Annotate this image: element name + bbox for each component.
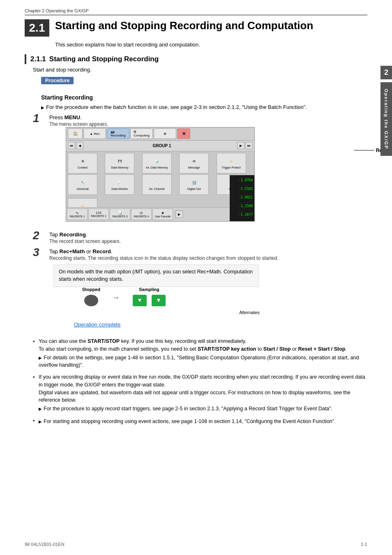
data-monitor-icon: 📈 (115, 178, 125, 187)
gxgp-back-btn[interactable]: ◀ (76, 142, 83, 149)
gxgp-brightness-btn[interactable]: ☀ (154, 128, 176, 139)
gxgp-screen: 🏠 ▲ Rec 📷Recording ⊞Computing ☀ ✕ ⏮ ◀ (66, 127, 254, 221)
menu-data-memory-label: Data Memory (111, 166, 128, 169)
value-2: -1.9921 (231, 196, 253, 199)
menu-context[interactable]: ⚙ Context (68, 153, 97, 173)
sampling-label: Sampling (139, 287, 159, 292)
stopped-icon (83, 294, 99, 308)
menu-universal-label: Universal (76, 187, 88, 190)
gxgp-close-btn[interactable]: ✕ (177, 128, 190, 139)
footer-left: IM 04L51B01-01EN (25, 542, 65, 547)
menu-data-memory[interactable]: 💾 Data Memory (105, 153, 134, 173)
status-sampling: Sampling ▼ ▼ (131, 287, 167, 308)
gxgp-recording-btn[interactable]: 📷Recording (107, 128, 129, 139)
gxgp-last-btn[interactable]: ⏭ (245, 142, 253, 149)
menu-screen: 🏠 ▲ Rec 📷Recording ⊞Computing ☀ ✕ ⏮ ◀ (66, 127, 255, 222)
menu-int-channel[interactable]: 📉 Int. Channel (142, 174, 172, 195)
int-channel-icon: 📉 (152, 178, 162, 187)
tab-2[interactable]: 123 FAVORITE 2 (88, 208, 109, 220)
section-number: 2.1 (25, 19, 49, 37)
step-3-label: Tap Rec+Math or Record. (49, 248, 367, 254)
stopped-label: Stopped (82, 287, 100, 292)
universal-icon: 🔧 (78, 178, 88, 187)
subsection-number: 2.1.1 (30, 55, 46, 63)
context-icon: ⚙ (78, 157, 88, 165)
status-icons-section: Stopped → Sampling (82, 287, 367, 315)
gxgp-home-btn[interactable]: 🏠 (68, 128, 83, 139)
svg-text:▼: ▼ (137, 297, 143, 303)
gxgp-side-values: -1.8764 -1.5342 -1.9921 -1.2500 -1.1677 … (230, 175, 254, 222)
bullet-1-text: You can also use the START/STOP key. If … (39, 338, 367, 369)
value-1: -1.5342 (231, 187, 253, 191)
gxgp-nav-bar: ⏮ ◀ GROUP 1 ▶ ⏭ (66, 141, 254, 151)
gxgp-rec-btn[interactable]: ▲ Rec (83, 128, 106, 139)
value-4: -1.1677 (231, 213, 253, 217)
subsection-title-text: Starting and Stopping Recording (49, 55, 159, 63)
subsection-bar (25, 54, 26, 64)
menu-universal[interactable]: 🔧 Universal (68, 174, 97, 195)
digital-out-icon: 🔢 (189, 178, 199, 187)
bullet-3: • For starting and stopping recording us… (33, 417, 367, 426)
step-2: 2 Tap Recording. The record start screen… (33, 231, 367, 244)
value-0: -1.8764 (231, 178, 253, 182)
gxgp-group-label: GROUP 1 (87, 143, 237, 148)
data-memory-icon: 💾 (115, 157, 125, 165)
bullet-3-text: For starting and stopping recording usin… (39, 417, 367, 426)
bullet-3-dot: • (33, 417, 39, 425)
menu-int-channel-label: Int. Channel (149, 187, 165, 190)
menu-int-data[interactable]: 📊 Int. Data Memory (142, 153, 172, 173)
right-tab-label: Operating the GX/GP (380, 82, 392, 156)
tab-5[interactable]: ★ User Favorite (152, 208, 173, 220)
bullet-1-arrow: For details on the settings, see page 1-… (39, 354, 367, 370)
chapter-header: Chapter 2 Operating the GX/GP (25, 8, 367, 15)
gxgp-tab-bar: ∿ FAVORITE 1 123 FAVORITE 2 📊 FAVORITE 3 (66, 207, 230, 221)
math-note-text: On models with the math option (/MT opti… (59, 269, 253, 282)
gxgp-computing-btn[interactable]: ⊞Computing (130, 128, 153, 139)
gxgp-menu-grid: ⚙ Context 💾 Data Memory 📊 (66, 151, 254, 197)
menu-trigger-label: Trigger Protect (222, 166, 241, 169)
step-1: 1 Press MENU. The menu screen appears. 🏠… (33, 114, 367, 227)
sampling-icon-2: ▼ (150, 294, 167, 308)
sampling-svg-2: ▼ (151, 294, 166, 307)
step-2-number: 2 (33, 230, 49, 241)
step-3-number: 3 (33, 247, 49, 258)
trigger-icon: ⚡ (226, 157, 236, 165)
bullet-1: • You can also use the START/STOP key. I… (33, 338, 367, 369)
bullet-2-text: If you are recording display or event da… (39, 373, 367, 413)
tab-3[interactable]: 📊 FAVORITE 3 (110, 208, 130, 220)
tab-next-btn[interactable]: ▶ (175, 210, 183, 218)
operation-complete-text: Operation complete (74, 321, 120, 328)
step-2-sub: The record start screen appears. (49, 238, 367, 244)
section-title-block: 2.1 Starting and Stopping Recording and … (25, 19, 367, 37)
bullet-2-arrow: For the procedure to apply record start … (39, 405, 367, 413)
arrow-symbol: → (112, 293, 120, 302)
step-1-label: Press MENU. (49, 114, 367, 120)
tab-4[interactable]: ⊙ FAVORITE 4 (131, 208, 152, 220)
gxgp-nav-arrows: ⏮ ◀ (68, 142, 83, 149)
menu-message[interactable]: ✉ Message (179, 153, 209, 173)
step-1-sub: The menu screen appears. (49, 121, 367, 127)
menu-context-label: Context (78, 166, 88, 169)
menu-data-monitor[interactable]: 📈 Data Monitor (105, 174, 134, 195)
operation-complete: Operation complete (74, 321, 367, 328)
arrow-note: For the procedure when the batch functio… (41, 104, 367, 110)
bullet-notes: • You can also use the START/STOP key. I… (33, 338, 367, 426)
gxgp-prev-btn[interactable]: ⏮ (68, 142, 75, 149)
menu-trigger[interactable]: ⚡ Trigger Protect (217, 153, 246, 173)
page-footer: IM 04L51B01-01EN 2-1 (25, 542, 367, 547)
menu-screen-container: 🏠 ▲ Rec 📷Recording ⊞Computing ☀ ✕ ⏮ ◀ (66, 127, 367, 222)
bullet-2: • If you are recording display or event … (33, 373, 367, 413)
sampling-icons: ▼ ▼ (131, 294, 167, 308)
tab-1[interactable]: ∿ FAVORITE 1 (67, 208, 88, 220)
status-stopped: Stopped (82, 287, 100, 308)
gxgp-fwd-btn[interactable]: ▶ (237, 142, 244, 149)
chapter-label: Chapter 2 Operating the GX/GP (25, 8, 89, 13)
math-note: On models with the math option (/MT opti… (53, 264, 259, 287)
subsection-intro: Start and stop recording. (33, 67, 367, 73)
menu-digital-out[interactable]: 🔢 Digital Out (179, 174, 209, 195)
value-3: -1.2500 (231, 204, 253, 208)
menu-data-monitor-label: Data Monitor (111, 187, 128, 190)
svg-point-0 (84, 295, 98, 306)
bullet-1-dot: • (33, 338, 39, 346)
message-icon: ✉ (189, 157, 199, 165)
